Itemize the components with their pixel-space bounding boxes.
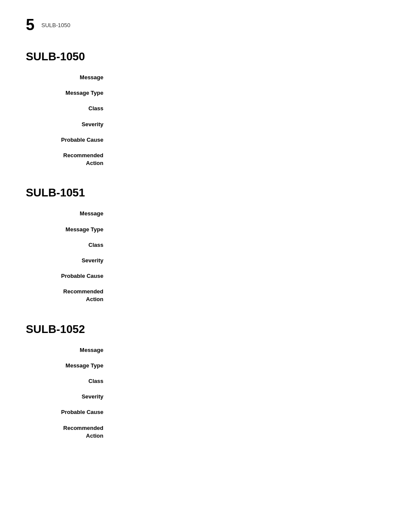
field-row-sulb-1052-5: Recommended Action xyxy=(26,423,385,442)
section-sulb-1052: SULB-1052MessageMessage TypeClassSeverit… xyxy=(26,323,385,442)
field-row-sulb-1050-3: Severity xyxy=(26,119,385,130)
field-row-sulb-1052-0: Message xyxy=(26,345,385,356)
field-value-sulb-1050-4 xyxy=(112,136,385,144)
field-label-sulb-1050-0: Message xyxy=(26,74,112,81)
field-label-sulb-1050-2: Class xyxy=(26,105,112,112)
field-row-sulb-1051-0: Message xyxy=(26,208,385,219)
field-row-sulb-1051-1: Message Type xyxy=(26,224,385,235)
field-row-sulb-1051-4: Probable Cause xyxy=(26,271,385,282)
field-row-sulb-1051-3: Severity xyxy=(26,255,385,266)
field-value-sulb-1050-0 xyxy=(112,74,385,81)
field-row-sulb-1051-2: Class xyxy=(26,240,385,251)
section-sulb-1050: SULB-1050MessageMessage TypeClassSeverit… xyxy=(26,50,385,169)
section-title-sulb-1052: SULB-1052 xyxy=(26,323,385,336)
field-label-sulb-1051-1: Message Type xyxy=(26,226,112,233)
field-row-sulb-1050-5: Recommended Action xyxy=(26,150,385,169)
field-label-sulb-1052-2: Class xyxy=(26,377,112,385)
field-label-sulb-1050-5: Recommended Action xyxy=(26,152,112,167)
field-label-sulb-1052-4: Probable Cause xyxy=(26,408,112,416)
field-value-sulb-1052-4 xyxy=(112,408,385,416)
field-label-sulb-1051-2: Class xyxy=(26,241,112,249)
field-label-sulb-1051-5: Recommended Action xyxy=(26,288,112,303)
section-title-sulb-1051: SULB-1051 xyxy=(26,186,385,199)
field-value-sulb-1052-3 xyxy=(112,393,385,401)
field-value-sulb-1050-2 xyxy=(112,105,385,112)
field-label-sulb-1052-3: Severity xyxy=(26,393,112,401)
field-value-sulb-1051-1 xyxy=(112,226,385,233)
section-sulb-1051: SULB-1051MessageMessage TypeClassSeverit… xyxy=(26,186,385,305)
field-label-sulb-1051-4: Probable Cause xyxy=(26,272,112,280)
field-value-sulb-1050-3 xyxy=(112,121,385,128)
field-value-sulb-1051-3 xyxy=(112,257,385,264)
field-label-sulb-1050-4: Probable Cause xyxy=(26,136,112,144)
field-value-sulb-1052-5 xyxy=(112,424,385,440)
field-row-sulb-1052-2: Class xyxy=(26,376,385,387)
field-label-sulb-1050-1: Message Type xyxy=(26,89,112,97)
field-label-sulb-1051-3: Severity xyxy=(26,257,112,264)
field-label-sulb-1052-1: Message Type xyxy=(26,362,112,370)
field-value-sulb-1050-1 xyxy=(112,89,385,97)
field-row-sulb-1052-4: Probable Cause xyxy=(26,407,385,418)
page-subtitle: SULB-1050 xyxy=(41,22,70,28)
field-value-sulb-1052-0 xyxy=(112,346,385,354)
page-header: 5 SULB-1050 xyxy=(26,17,385,33)
page-number: 5 xyxy=(26,17,34,33)
field-value-sulb-1051-4 xyxy=(112,272,385,280)
field-row-sulb-1052-3: Severity xyxy=(26,391,385,402)
field-label-sulb-1051-0: Message xyxy=(26,210,112,218)
field-label-sulb-1052-0: Message xyxy=(26,346,112,354)
section-title-sulb-1050: SULB-1050 xyxy=(26,50,385,63)
field-row-sulb-1050-0: Message xyxy=(26,72,385,83)
field-value-sulb-1051-0 xyxy=(112,210,385,218)
field-row-sulb-1051-5: Recommended Action xyxy=(26,286,385,305)
field-label-sulb-1050-3: Severity xyxy=(26,121,112,128)
field-row-sulb-1050-1: Message Type xyxy=(26,87,385,99)
field-value-sulb-1052-2 xyxy=(112,377,385,385)
field-row-sulb-1052-1: Message Type xyxy=(26,360,385,371)
field-row-sulb-1050-2: Class xyxy=(26,103,385,114)
field-value-sulb-1051-2 xyxy=(112,241,385,249)
field-value-sulb-1050-5 xyxy=(112,152,385,167)
field-row-sulb-1050-4: Probable Cause xyxy=(26,134,385,146)
field-value-sulb-1052-1 xyxy=(112,362,385,370)
field-label-sulb-1052-5: Recommended Action xyxy=(26,424,112,440)
field-value-sulb-1051-5 xyxy=(112,288,385,303)
